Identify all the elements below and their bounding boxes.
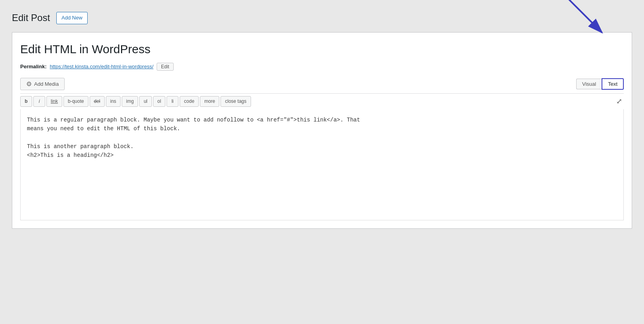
format-button-ul[interactable]: ul <box>139 96 151 107</box>
format-button-code[interactable]: code <box>180 96 199 107</box>
format-button-italic[interactable]: i <box>33 96 45 107</box>
tab-visual[interactable]: Visual <box>576 79 602 89</box>
format-button-ol[interactable]: ol <box>153 96 165 107</box>
toolbar-row: ⚙ Add Media Visual Text <box>20 78 624 90</box>
format-button-del[interactable]: del <box>90 96 105 107</box>
format-button-close-tags[interactable]: close tags <box>220 96 251 107</box>
add-media-button[interactable]: ⚙ Add Media <box>20 78 65 90</box>
format-button-img[interactable]: img <box>122 96 138 107</box>
format-toolbar: b i link b-quote del ins img ul ol li co… <box>20 93 624 109</box>
media-icon: ⚙ <box>26 80 32 88</box>
expand-editor-button[interactable]: ⤢ <box>615 96 624 106</box>
editor-tabs: Visual Text <box>576 78 624 90</box>
page-title: Edit Post <box>12 12 50 23</box>
page-header: Edit Post Add New <box>12 12 632 24</box>
editor-container: Permalink: https://test.kinsta.com/edit-… <box>12 32 632 229</box>
edit-permalink-button[interactable]: Edit <box>157 63 174 71</box>
permalink-label: Permalink: <box>20 64 46 69</box>
editor-content-area[interactable]: This is a regular paragraph block. Maybe… <box>20 109 624 220</box>
format-button-more[interactable]: more <box>200 96 219 107</box>
format-button-bquote[interactable]: b-quote <box>63 96 88 107</box>
format-button-bold[interactable]: b <box>20 96 32 107</box>
add-new-button[interactable]: Add New <box>56 12 88 24</box>
post-title-input[interactable] <box>20 40 624 58</box>
add-media-label: Add Media <box>34 81 59 87</box>
permalink-url[interactable]: https://test.kinsta.com/edit-html-in-wor… <box>50 64 153 69</box>
format-button-ins[interactable]: ins <box>106 96 121 107</box>
permalink-row: Permalink: https://test.kinsta.com/edit-… <box>20 63 624 71</box>
format-button-li[interactable]: li <box>167 96 178 107</box>
tab-text[interactable]: Text <box>602 78 624 90</box>
format-button-link[interactable]: link <box>46 96 62 107</box>
